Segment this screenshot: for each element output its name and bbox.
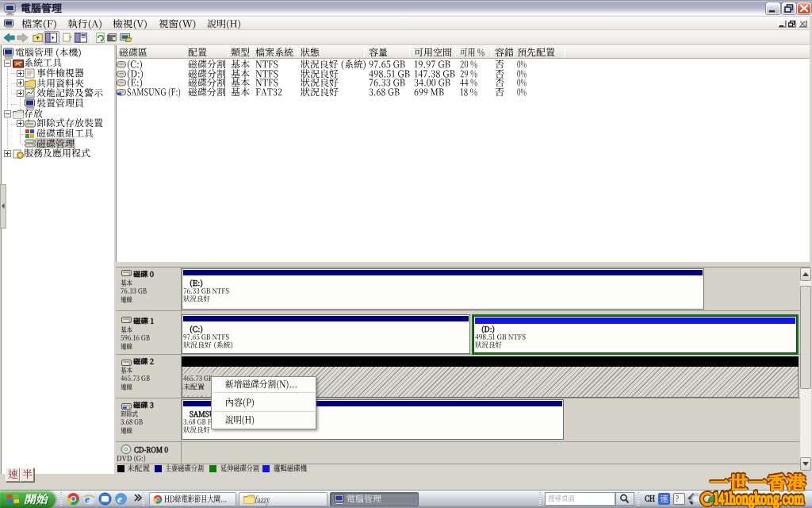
svg-text:e: e: [85, 493, 90, 505]
svg-text:e: e: [117, 493, 122, 505]
svg-text:?: ?: [68, 34, 73, 42]
